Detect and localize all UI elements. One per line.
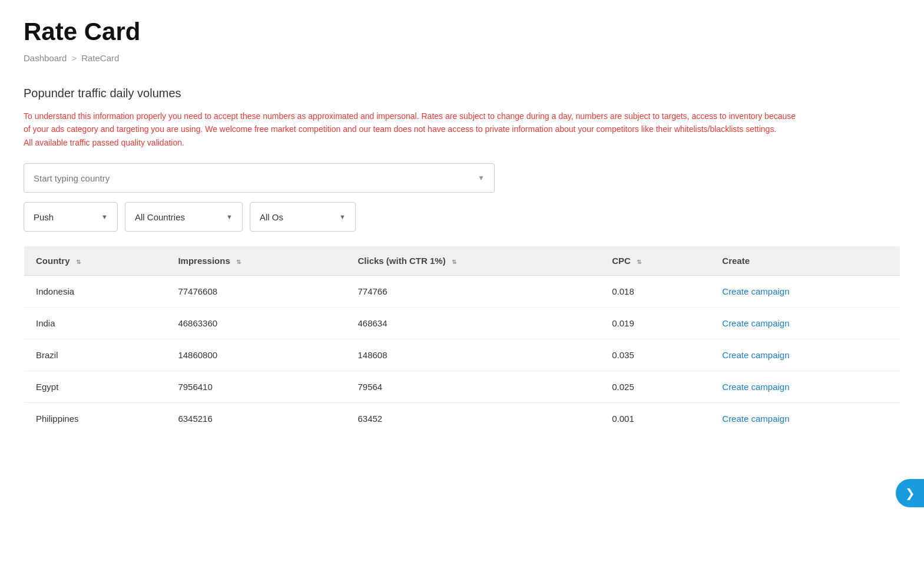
cell-create: Create campaign bbox=[710, 308, 900, 339]
breadcrumb-current: RateCard bbox=[81, 53, 119, 63]
col-impressions[interactable]: Impressions ⇅ bbox=[166, 246, 346, 276]
cell-impressions: 6345216 bbox=[166, 403, 346, 435]
rate-card-table: Country ⇅ Impressions ⇅ Clicks (with CTR… bbox=[24, 246, 900, 435]
table-header: Country ⇅ Impressions ⇅ Clicks (with CTR… bbox=[24, 246, 900, 276]
country-search-row: ▼ bbox=[24, 163, 900, 193]
cell-country: Indonesia bbox=[24, 276, 167, 308]
cell-clicks: 148608 bbox=[346, 339, 601, 371]
filter-type-dropdown[interactable]: Push ▼ bbox=[24, 202, 118, 232]
filter-countries-value: All Countries bbox=[135, 212, 185, 222]
page-wrapper: Rate Card Dashboard > RateCard Popunder … bbox=[0, 0, 924, 578]
cell-create: Create campaign bbox=[710, 403, 900, 435]
cell-impressions: 77476608 bbox=[166, 276, 346, 308]
breadcrumb: Dashboard > RateCard bbox=[24, 53, 900, 63]
cell-create: Create campaign bbox=[710, 371, 900, 403]
create-campaign-link[interactable]: Create campaign bbox=[722, 318, 789, 328]
country-search-container[interactable]: ▼ bbox=[24, 163, 495, 193]
filter-os-arrow-icon: ▼ bbox=[339, 213, 346, 220]
table-body: Indonesia774766087747660.018Create campa… bbox=[24, 276, 900, 435]
scroll-button[interactable]: ❯ bbox=[896, 479, 924, 507]
filter-os-value: All Os bbox=[260, 212, 283, 222]
create-campaign-link[interactable]: Create campaign bbox=[722, 382, 789, 392]
sort-cpc-icon: ⇅ bbox=[637, 259, 641, 265]
table-row: Philippines6345216634520.001Create campa… bbox=[24, 403, 900, 435]
cell-country: Brazil bbox=[24, 339, 167, 371]
cell-create: Create campaign bbox=[710, 276, 900, 308]
create-campaign-link[interactable]: Create campaign bbox=[722, 414, 789, 424]
cell-cpc: 0.025 bbox=[600, 371, 710, 403]
sort-clicks-icon: ⇅ bbox=[452, 259, 456, 265]
create-campaign-link[interactable]: Create campaign bbox=[722, 286, 789, 296]
cell-country: India bbox=[24, 308, 167, 339]
table-row: India468633604686340.019Create campaign bbox=[24, 308, 900, 339]
filter-type-value: Push bbox=[34, 212, 54, 222]
create-campaign-link[interactable]: Create campaign bbox=[722, 350, 789, 360]
cell-cpc: 0.018 bbox=[600, 276, 710, 308]
cell-create: Create campaign bbox=[710, 339, 900, 371]
table-row: Brazil148608001486080.035Create campaign bbox=[24, 339, 900, 371]
country-search-input[interactable] bbox=[34, 173, 478, 183]
col-create: Create bbox=[710, 246, 900, 276]
cell-impressions: 14860800 bbox=[166, 339, 346, 371]
breadcrumb-separator: > bbox=[71, 53, 77, 63]
col-cpc[interactable]: CPC ⇅ bbox=[600, 246, 710, 276]
table-header-row: Country ⇅ Impressions ⇅ Clicks (with CTR… bbox=[24, 246, 900, 276]
filter-countries-dropdown[interactable]: All Countries ▼ bbox=[125, 202, 243, 232]
cell-cpc: 0.019 bbox=[600, 308, 710, 339]
scroll-button-icon: ❯ bbox=[905, 486, 915, 500]
table-row: Indonesia774766087747660.018Create campa… bbox=[24, 276, 900, 308]
cell-country: Egypt bbox=[24, 371, 167, 403]
cell-clicks: 774766 bbox=[346, 276, 601, 308]
disclaimer-text: To understand this information properly … bbox=[24, 110, 801, 149]
sort-country-icon: ⇅ bbox=[76, 259, 81, 265]
cell-impressions: 46863360 bbox=[166, 308, 346, 339]
section-title: Popunder traffic daily volumes bbox=[24, 87, 900, 100]
col-country[interactable]: Country ⇅ bbox=[24, 246, 167, 276]
cell-clicks: 63452 bbox=[346, 403, 601, 435]
col-clicks[interactable]: Clicks (with CTR 1%) ⇅ bbox=[346, 246, 601, 276]
cell-clicks: 468634 bbox=[346, 308, 601, 339]
filter-os-dropdown[interactable]: All Os ▼ bbox=[250, 202, 356, 232]
filter-countries-arrow-icon: ▼ bbox=[226, 213, 233, 220]
breadcrumb-home[interactable]: Dashboard bbox=[24, 53, 67, 63]
filters-row: Push ▼ All Countries ▼ All Os ▼ bbox=[24, 202, 900, 232]
filter-type-arrow-icon: ▼ bbox=[101, 213, 108, 220]
sort-impressions-icon: ⇅ bbox=[236, 259, 241, 265]
table-row: Egypt7956410795640.025Create campaign bbox=[24, 371, 900, 403]
page-title: Rate Card bbox=[24, 18, 900, 46]
cell-cpc: 0.001 bbox=[600, 403, 710, 435]
cell-cpc: 0.035 bbox=[600, 339, 710, 371]
cell-clicks: 79564 bbox=[346, 371, 601, 403]
cell-impressions: 7956410 bbox=[166, 371, 346, 403]
cell-country: Philippines bbox=[24, 403, 167, 435]
country-search-arrow-icon: ▼ bbox=[478, 174, 485, 182]
